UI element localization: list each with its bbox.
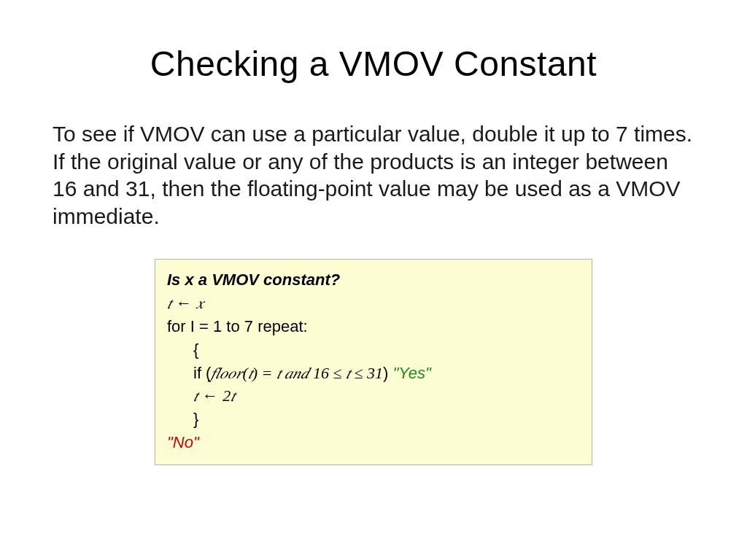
cond-prefix: if ( <box>193 364 211 382</box>
slide: Checking a VMOV Constant To see if VMOV … <box>0 0 747 560</box>
algo-line-assign: 𝑡 ← 𝑥 <box>167 292 580 315</box>
algo-line-condition: if (𝑓𝑙𝑜𝑜𝑟(𝑡) = 𝑡 𝑎𝑛𝑑 16 ≤ 𝑡 ≤ 31) "Yes" <box>167 362 580 385</box>
brace-open: { <box>167 338 580 362</box>
result-yes: "Yes" <box>393 364 431 382</box>
algo-line-update: 𝑡 ← 2𝑡 <box>167 384 580 408</box>
cond-expression: 𝑓𝑙𝑜𝑜𝑟(𝑡) = 𝑡 𝑎𝑛𝑑 16 ≤ 𝑡 ≤ 31 <box>211 364 383 382</box>
cond-suffix: ) <box>383 364 392 382</box>
slide-title: Checking a VMOV Constant <box>51 44 696 84</box>
expr-2t: 2𝑡 <box>222 386 235 405</box>
algorithm-heading: Is x a VMOV constant? <box>167 268 580 292</box>
var-x: 𝑥 <box>196 294 204 312</box>
body-paragraph: To see if VMOV can use a particular valu… <box>51 120 696 230</box>
brace-close: } <box>167 408 580 431</box>
result-no: "No" <box>167 431 580 454</box>
algo-line-for: for I = 1 to 7 repeat: <box>167 315 580 338</box>
arrow-icon: ← <box>198 386 222 405</box>
algorithm-box: Is x a VMOV constant? 𝑡 ← 𝑥 for I = 1 to… <box>155 259 592 465</box>
arrow-icon: ← <box>171 294 196 312</box>
